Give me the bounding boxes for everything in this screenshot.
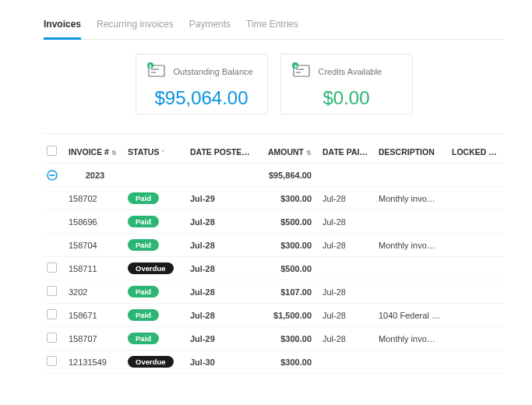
balance-label: Outstanding Balance (174, 67, 253, 76)
date-posted: Jul-28 (187, 259, 260, 278)
table-row: 158702PaidJul-29$300.00Jul-28Monthly inv… (44, 187, 504, 210)
header-date-posted[interactable]: DATE POSTE… (187, 143, 260, 161)
header-invoice[interactable]: INVOICE #⇅ (65, 143, 125, 161)
header-amount[interactable]: AMOUNT⇅ (260, 143, 319, 161)
credits-available-card: ★ Credits Available $0.00 (280, 54, 413, 114)
date-paid: Jul-28 (319, 329, 375, 348)
status-cell: Paid (125, 281, 187, 302)
row-checkbox[interactable] (47, 286, 57, 296)
tab-invoices[interactable]: Invoices (44, 19, 81, 40)
svg-text:★: ★ (293, 64, 297, 69)
date-paid (319, 357, 375, 367)
tab-time-entries[interactable]: Time Entries (246, 19, 298, 39)
amount: $300.00 (260, 353, 319, 372)
status-badge: Paid (128, 309, 159, 321)
locked-docs (449, 194, 505, 203)
status-badge: Paid (128, 216, 159, 227)
date-paid (319, 264, 375, 273)
amount: $107.00 (260, 283, 319, 301)
credits-value: $0.00 (291, 87, 403, 109)
sort-icon: ⇅ (368, 150, 373, 157)
date-paid: Jul-28 (319, 189, 375, 208)
table-row: 3202PaidJul-28$107.00Jul-28 (44, 280, 504, 304)
header-date-paid[interactable]: DATE PAID⇅ (319, 143, 375, 161)
locked-docs (449, 241, 505, 250)
header-description[interactable]: DESCRIPTION (375, 143, 449, 161)
row-checkbox[interactable] (47, 309, 57, 319)
divider (44, 133, 504, 134)
amount: $300.00 (260, 329, 319, 348)
status-cell: Paid (125, 305, 187, 326)
amount: $300.00 (260, 236, 319, 255)
tab-recurring-invoices[interactable]: Recurring invoices (97, 19, 174, 39)
description (375, 217, 449, 227)
locked-docs (449, 334, 505, 343)
sort-icon: ⇅ (111, 150, 117, 157)
invoice-number[interactable]: 158696 (65, 213, 125, 231)
invoice-number[interactable]: 3202 (65, 283, 125, 301)
tab-payments[interactable]: Payments (189, 19, 231, 39)
description: Monthly invo… (375, 236, 449, 255)
description: Monthly invo… (375, 189, 449, 208)
row-checkbox[interactable] (47, 262, 57, 273)
row-checkbox[interactable] (47, 333, 57, 343)
locked-docs (449, 357, 505, 367)
table-row: 158671PaidJul-28$1,500.00Jul-281040 Fede… (44, 304, 504, 327)
invoice-number[interactable]: 158671 (65, 306, 125, 325)
date-posted: Jul-28 (187, 283, 260, 301)
table-row: 158711OverdueJul-28$500.00 (44, 257, 504, 280)
date-posted: Jul-29 (187, 189, 260, 208)
group-total: $95,864.00 (260, 166, 319, 185)
status-badge: Paid (128, 286, 159, 298)
invoice-number[interactable]: 158711 (65, 259, 125, 278)
date-paid: Jul-28 (319, 213, 375, 231)
invoice-star-icon: ★ (291, 62, 312, 80)
balance-value: $95,064.00 (146, 87, 258, 109)
invoice-number[interactable]: 158704 (65, 236, 125, 255)
locked-docs (449, 264, 505, 273)
invoice-number[interactable]: 158707 (65, 329, 125, 348)
date-posted: Jul-30 (187, 353, 260, 372)
credits-label: Credits Available (319, 67, 382, 76)
locked-docs (449, 217, 505, 227)
locked-docs (449, 287, 505, 297)
description (375, 357, 449, 367)
header-checkbox-cell (44, 141, 65, 162)
description: 1040 Federal … (375, 306, 449, 325)
group-year: 2023 (65, 166, 125, 185)
status-cell: Overdue (125, 258, 187, 279)
date-paid: Jul-28 (319, 283, 375, 301)
date-posted: Jul-28 (187, 306, 260, 325)
group-row: 2023 $95,864.00 (44, 164, 504, 187)
invoice-number[interactable]: 12131549 (65, 353, 125, 372)
select-all-checkbox[interactable] (47, 146, 57, 156)
table-row: 158704PaidJul-28$300.00Jul-28Monthly inv… (44, 234, 504, 257)
invoice-dollar-icon: $ (146, 62, 167, 80)
invoice-table: INVOICE #⇅ STATUS˅ DATE POSTE… AMOUNT⇅ D… (44, 140, 504, 374)
status-cell: Paid (125, 188, 187, 209)
table-header-row: INVOICE #⇅ STATUS˅ DATE POSTE… AMOUNT⇅ D… (44, 140, 504, 164)
invoice-number[interactable]: 158702 (65, 189, 125, 208)
tabs: Invoices Recurring invoices Payments Tim… (44, 19, 504, 40)
amount: $500.00 (260, 213, 319, 231)
header-status[interactable]: STATUS˅ (125, 143, 187, 161)
status-cell: Paid (125, 234, 187, 255)
collapse-group-button[interactable] (44, 165, 65, 185)
date-posted: Jul-29 (187, 329, 260, 348)
status-badge: Paid (128, 333, 159, 344)
status-badge: Overdue (128, 262, 174, 274)
row-checkbox[interactable] (47, 356, 57, 366)
summary-cards: $ Outstanding Balance $95,064.00 ★ (44, 54, 504, 114)
sort-down-icon: ˅ (161, 150, 164, 157)
table-row: 158696PaidJul-28$500.00Jul-28 (44, 210, 504, 234)
header-locked-docs[interactable]: LOCKED DOCS (449, 143, 505, 161)
status-badge: Paid (128, 239, 159, 251)
status-badge: Overdue (128, 356, 174, 368)
date-posted: Jul-28 (187, 236, 260, 255)
amount: $500.00 (260, 259, 319, 278)
table-row: 158707PaidJul-29$300.00Jul-28Monthly inv… (44, 327, 504, 350)
date-paid: Jul-28 (319, 306, 375, 325)
amount: $300.00 (260, 189, 319, 208)
status-cell: Paid (125, 328, 187, 349)
sort-icon: ⇅ (306, 150, 312, 157)
